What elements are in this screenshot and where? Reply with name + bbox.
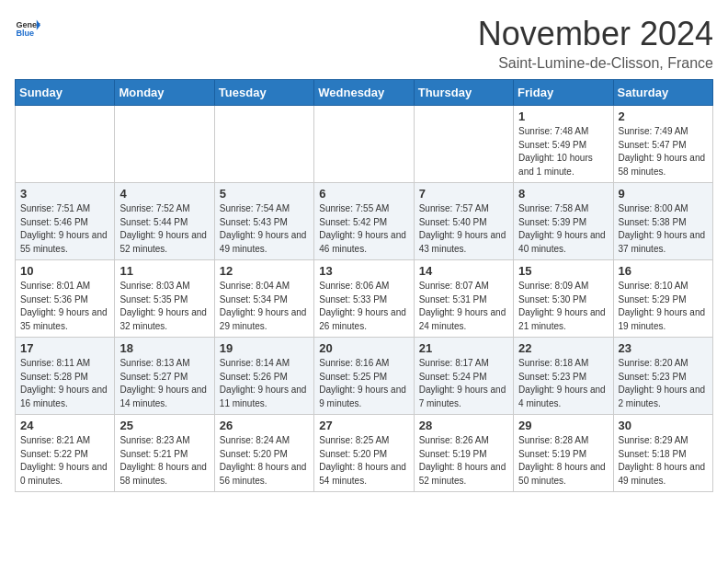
day-number: 10 — [20, 264, 109, 278]
title-area: November 2024 Saint-Lumine-de-Clisson, F… — [478, 15, 713, 72]
day-info: Sunrise: 8:13 AM Sunset: 5:27 PM Dayligh… — [119, 357, 209, 410]
day-info: Sunrise: 8:04 AM Sunset: 5:34 PM Dayligh… — [220, 280, 309, 333]
day-info: Sunrise: 8:26 AM Sunset: 5:19 PM Dayligh… — [419, 434, 508, 488]
day-cell: 11Sunrise: 8:03 AM Sunset: 5:35 PM Dayli… — [115, 260, 214, 338]
weekday-header-saturday: Saturday — [613, 80, 712, 106]
day-cell: 5Sunrise: 7:54 AM Sunset: 5:43 PM Daylig… — [214, 183, 313, 260]
week-row-5: 24Sunrise: 8:21 AM Sunset: 5:22 PM Dayli… — [16, 415, 713, 492]
weekday-header-row: SundayMondayTuesdayWednesdayThursdayFrid… — [16, 80, 713, 106]
day-info: Sunrise: 8:16 AM Sunset: 5:25 PM Dayligh… — [319, 357, 408, 410]
day-number: 29 — [518, 419, 608, 432]
day-info: Sunrise: 7:48 AM Sunset: 5:49 PM Dayligh… — [518, 125, 608, 178]
day-cell: 14Sunrise: 8:07 AM Sunset: 5:31 PM Dayli… — [414, 260, 513, 338]
day-cell: 29Sunrise: 8:28 AM Sunset: 5:19 PM Dayli… — [514, 415, 613, 492]
day-cell: 1Sunrise: 7:48 AM Sunset: 5:49 PM Daylig… — [514, 106, 613, 183]
day-cell: 22Sunrise: 8:18 AM Sunset: 5:23 PM Dayli… — [514, 338, 613, 415]
day-number: 20 — [319, 341, 408, 355]
day-cell: 17Sunrise: 8:11 AM Sunset: 5:28 PM Dayli… — [16, 338, 115, 415]
day-cell: 9Sunrise: 8:00 AM Sunset: 5:38 PM Daylig… — [613, 183, 712, 260]
day-number: 15 — [518, 264, 608, 278]
day-cell — [314, 106, 414, 183]
day-info: Sunrise: 7:57 AM Sunset: 5:40 PM Dayligh… — [419, 202, 508, 256]
day-number: 2 — [619, 109, 708, 123]
day-cell — [115, 106, 214, 183]
week-row-3: 10Sunrise: 8:01 AM Sunset: 5:36 PM Dayli… — [16, 260, 713, 338]
day-number: 25 — [119, 419, 209, 432]
day-cell: 15Sunrise: 8:09 AM Sunset: 5:30 PM Dayli… — [514, 260, 613, 338]
day-number: 6 — [319, 187, 408, 201]
day-info: Sunrise: 8:18 AM Sunset: 5:23 PM Dayligh… — [518, 357, 608, 410]
day-info: Sunrise: 8:14 AM Sunset: 5:26 PM Dayligh… — [220, 357, 309, 410]
day-cell: 19Sunrise: 8:14 AM Sunset: 5:26 PM Dayli… — [214, 338, 313, 415]
day-number: 11 — [119, 264, 209, 278]
day-number: 16 — [619, 264, 708, 278]
day-cell: 24Sunrise: 8:21 AM Sunset: 5:22 PM Dayli… — [16, 415, 115, 492]
day-info: Sunrise: 8:00 AM Sunset: 5:38 PM Dayligh… — [619, 202, 708, 256]
day-number: 24 — [20, 419, 109, 432]
day-info: Sunrise: 7:58 AM Sunset: 5:39 PM Dayligh… — [518, 202, 608, 256]
day-cell: 23Sunrise: 8:20 AM Sunset: 5:23 PM Dayli… — [613, 338, 712, 415]
day-cell: 8Sunrise: 7:58 AM Sunset: 5:39 PM Daylig… — [514, 183, 613, 260]
day-number: 28 — [419, 419, 508, 432]
day-cell: 6Sunrise: 7:55 AM Sunset: 5:42 PM Daylig… — [314, 183, 414, 260]
day-number: 17 — [20, 341, 109, 355]
day-info: Sunrise: 8:01 AM Sunset: 5:36 PM Dayligh… — [20, 280, 109, 333]
weekday-header-monday: Monday — [115, 80, 214, 106]
day-cell — [16, 106, 115, 183]
location-title: Saint-Lumine-de-Clisson, France — [478, 55, 713, 72]
day-info: Sunrise: 7:51 AM Sunset: 5:46 PM Dayligh… — [20, 202, 109, 256]
day-cell: 21Sunrise: 8:17 AM Sunset: 5:24 PM Dayli… — [414, 338, 513, 415]
day-cell: 27Sunrise: 8:25 AM Sunset: 5:20 PM Dayli… — [314, 415, 414, 492]
day-info: Sunrise: 8:21 AM Sunset: 5:22 PM Dayligh… — [20, 434, 109, 488]
day-cell — [414, 106, 513, 183]
day-number: 12 — [220, 264, 309, 278]
day-number: 18 — [119, 341, 209, 355]
day-info: Sunrise: 8:03 AM Sunset: 5:35 PM Dayligh… — [119, 280, 209, 333]
day-cell: 28Sunrise: 8:26 AM Sunset: 5:19 PM Dayli… — [414, 415, 513, 492]
day-cell: 4Sunrise: 7:52 AM Sunset: 5:44 PM Daylig… — [115, 183, 214, 260]
day-info: Sunrise: 7:54 AM Sunset: 5:43 PM Dayligh… — [220, 202, 309, 256]
week-row-1: 1Sunrise: 7:48 AM Sunset: 5:49 PM Daylig… — [16, 106, 713, 183]
day-number: 1 — [518, 109, 608, 123]
day-number: 3 — [20, 187, 109, 201]
weekday-header-friday: Friday — [514, 80, 613, 106]
day-cell: 30Sunrise: 8:29 AM Sunset: 5:18 PM Dayli… — [613, 415, 712, 492]
day-number: 8 — [518, 187, 608, 201]
day-cell: 7Sunrise: 7:57 AM Sunset: 5:40 PM Daylig… — [414, 183, 513, 260]
day-number: 5 — [220, 187, 309, 201]
day-number: 13 — [319, 264, 408, 278]
calendar: SundayMondayTuesdayWednesdayThursdayFrid… — [15, 79, 713, 492]
logo-icon: General Blue — [15, 15, 40, 40]
day-number: 4 — [119, 187, 209, 201]
day-info: Sunrise: 8:06 AM Sunset: 5:33 PM Dayligh… — [319, 280, 408, 333]
day-info: Sunrise: 7:49 AM Sunset: 5:47 PM Dayligh… — [619, 125, 708, 178]
day-number: 7 — [419, 187, 508, 201]
day-cell: 10Sunrise: 8:01 AM Sunset: 5:36 PM Dayli… — [16, 260, 115, 338]
day-number: 9 — [619, 187, 708, 201]
day-cell: 12Sunrise: 8:04 AM Sunset: 5:34 PM Dayli… — [214, 260, 313, 338]
day-cell: 2Sunrise: 7:49 AM Sunset: 5:47 PM Daylig… — [613, 106, 712, 183]
svg-text:Blue: Blue — [16, 29, 34, 38]
day-info: Sunrise: 8:09 AM Sunset: 5:30 PM Dayligh… — [518, 280, 608, 333]
day-info: Sunrise: 8:07 AM Sunset: 5:31 PM Dayligh… — [419, 280, 508, 333]
weekday-header-sunday: Sunday — [16, 80, 115, 106]
day-cell: 13Sunrise: 8:06 AM Sunset: 5:33 PM Dayli… — [314, 260, 414, 338]
day-number: 23 — [619, 341, 708, 355]
day-info: Sunrise: 8:11 AM Sunset: 5:28 PM Dayligh… — [20, 357, 109, 410]
day-info: Sunrise: 8:24 AM Sunset: 5:20 PM Dayligh… — [220, 434, 309, 488]
week-row-4: 17Sunrise: 8:11 AM Sunset: 5:28 PM Dayli… — [16, 338, 713, 415]
day-number: 14 — [419, 264, 508, 278]
day-info: Sunrise: 8:25 AM Sunset: 5:20 PM Dayligh… — [319, 434, 408, 488]
weekday-header-wednesday: Wednesday — [314, 80, 414, 106]
day-info: Sunrise: 7:52 AM Sunset: 5:44 PM Dayligh… — [119, 202, 209, 256]
weekday-header-tuesday: Tuesday — [214, 80, 313, 106]
day-number: 19 — [220, 341, 309, 355]
day-info: Sunrise: 8:10 AM Sunset: 5:29 PM Dayligh… — [619, 280, 708, 333]
weekday-header-thursday: Thursday — [414, 80, 513, 106]
day-info: Sunrise: 8:29 AM Sunset: 5:18 PM Dayligh… — [619, 434, 708, 488]
day-number: 27 — [319, 419, 408, 432]
day-cell: 26Sunrise: 8:24 AM Sunset: 5:20 PM Dayli… — [214, 415, 313, 492]
day-number: 30 — [619, 419, 708, 432]
day-info: Sunrise: 8:28 AM Sunset: 5:19 PM Dayligh… — [518, 434, 608, 488]
page-header: General Blue November 2024 Saint-Lumine-… — [15, 15, 713, 72]
